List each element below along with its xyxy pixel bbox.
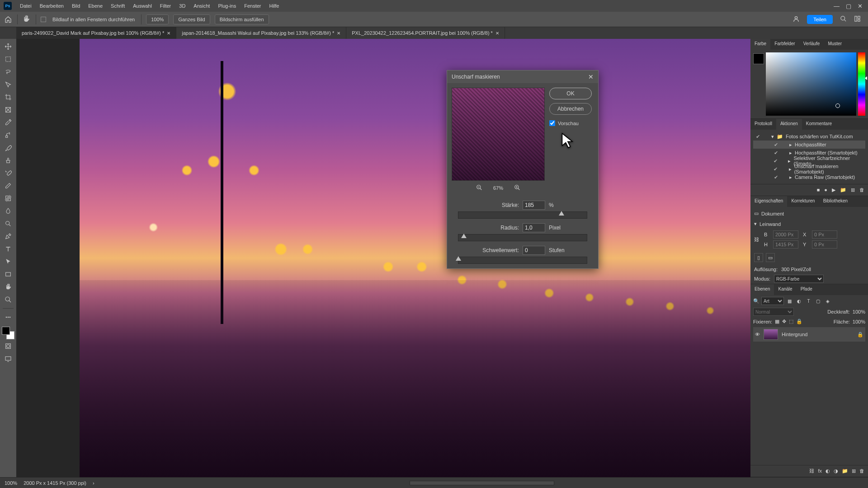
tab-japan[interactable]: japan-2014618_Masashi Wakui auf Pixabay.… bbox=[176, 27, 346, 39]
radius-input[interactable] bbox=[523, 223, 545, 232]
chevron-right-icon[interactable]: ▸ bbox=[789, 150, 792, 156]
healing-brush-tool[interactable] bbox=[2, 129, 14, 141]
type-tool[interactable] bbox=[2, 243, 14, 255]
tab-farbe[interactable]: Farbe bbox=[750, 39, 770, 50]
new-layer-icon[interactable]: ⊞ bbox=[852, 468, 856, 474]
chevron-down-icon[interactable]: ▾ bbox=[754, 221, 757, 227]
scroll-all-checkbox[interactable] bbox=[41, 17, 46, 22]
filter-shape-icon[interactable]: ▢ bbox=[814, 297, 822, 305]
fill-screen-button[interactable]: Bildschirm ausfüllen bbox=[215, 14, 269, 24]
action-play-icon[interactable]: ▶ bbox=[832, 187, 835, 193]
check-icon[interactable]: ✔ bbox=[773, 142, 778, 147]
tab-verlaeufe[interactable]: Verläufe bbox=[799, 39, 824, 50]
action-row[interactable]: ✔▸Unscharf maskieren (Smartobjekt) bbox=[753, 165, 865, 173]
menu-ebene[interactable]: Ebene bbox=[85, 1, 106, 10]
zoom-out-icon[interactable] bbox=[476, 184, 482, 192]
zoom-tool[interactable] bbox=[2, 294, 14, 305]
tab-kommentare[interactable]: Kommentare bbox=[802, 119, 836, 130]
x-field[interactable] bbox=[812, 230, 837, 239]
filter-type-icon[interactable]: T bbox=[805, 297, 812, 305]
menu-plugins[interactable]: Plug-ins bbox=[214, 1, 240, 10]
chevron-right-icon[interactable]: ▸ bbox=[788, 158, 791, 164]
tab-ebenen[interactable]: Ebenen bbox=[750, 284, 774, 295]
menu-auswahl[interactable]: Auswahl bbox=[129, 1, 156, 10]
action-stop-icon[interactable]: ■ bbox=[817, 187, 820, 193]
threshold-input[interactable] bbox=[523, 246, 545, 255]
lock-all-icon[interactable]: 🔒 bbox=[796, 319, 802, 324]
gradient-tool[interactable] bbox=[2, 192, 14, 204]
check-icon[interactable]: ✔ bbox=[773, 158, 778, 164]
menu-bearbeiten[interactable]: Bearbeiten bbox=[36, 1, 67, 10]
tab-protokoll[interactable]: Protokoll bbox=[750, 119, 776, 130]
home-icon[interactable] bbox=[4, 15, 13, 24]
marquee-tool[interactable] bbox=[2, 53, 14, 65]
chevron-down-icon[interactable]: ▾ bbox=[771, 134, 774, 140]
eyedropper-tool[interactable] bbox=[2, 117, 14, 128]
filter-pixel-icon[interactable]: ▦ bbox=[786, 297, 793, 305]
layer-thumbnail[interactable] bbox=[764, 329, 778, 340]
menu-datei[interactable]: Datei bbox=[16, 1, 35, 10]
status-zoom[interactable]: 100% bbox=[5, 480, 17, 486]
hand-tool[interactable] bbox=[2, 281, 14, 293]
hue-slider[interactable] bbox=[858, 52, 865, 116]
width-field[interactable] bbox=[773, 230, 798, 239]
layer-row[interactable]: 👁 Hintergrund 🔒 bbox=[753, 327, 865, 342]
hand-tool-icon[interactable] bbox=[22, 15, 31, 24]
tab-pxl[interactable]: PXL_20230422_122623454.PORTRAIT.jpg bei … bbox=[346, 27, 505, 39]
check-icon[interactable]: ✔ bbox=[755, 134, 760, 139]
fg-color-swatch[interactable] bbox=[2, 327, 10, 335]
chevron-right-icon[interactable]: ▸ bbox=[789, 174, 792, 180]
height-field[interactable] bbox=[773, 240, 798, 249]
tab-paris[interactable]: paris-2499022_David Mark auf Pixabay.jpg… bbox=[16, 27, 176, 39]
filter-kind-select[interactable]: Art bbox=[761, 297, 784, 305]
share-button[interactable]: Teilen bbox=[807, 15, 833, 24]
dialog-toggle[interactable] bbox=[781, 158, 786, 164]
quickmask-icon[interactable] bbox=[2, 340, 14, 352]
color-picker-ring[interactable] bbox=[835, 103, 840, 108]
horizontal-scrollbar[interactable] bbox=[101, 481, 863, 485]
chevron-right-icon[interactable]: ▸ bbox=[789, 166, 792, 172]
window-minimize-icon[interactable]: — bbox=[834, 3, 840, 9]
action-record-icon[interactable]: ● bbox=[824, 187, 827, 193]
menu-ansicht[interactable]: Ansicht bbox=[190, 1, 213, 10]
menu-schrift[interactable]: Schrift bbox=[107, 1, 128, 10]
filter-smart-icon[interactable]: ◈ bbox=[824, 297, 831, 305]
dialog-toggle[interactable] bbox=[781, 150, 787, 155]
dodge-tool[interactable] bbox=[2, 218, 14, 230]
radius-handle[interactable] bbox=[461, 234, 467, 238]
hue-pointer[interactable] bbox=[865, 76, 867, 80]
lasso-tool[interactable] bbox=[2, 66, 14, 78]
threshold-slider[interactable] bbox=[458, 257, 587, 264]
blend-mode-select[interactable]: Normal bbox=[753, 308, 794, 316]
tab-pfade[interactable]: Pfade bbox=[797, 284, 816, 295]
zoom-100-button[interactable]: 100% bbox=[146, 14, 169, 24]
window-maximize-icon[interactable]: ▢ bbox=[846, 3, 851, 9]
document-canvas[interactable] bbox=[80, 39, 750, 477]
new-group-icon[interactable]: 📁 bbox=[842, 468, 848, 474]
lock-artboard-icon[interactable]: ⬚ bbox=[789, 319, 793, 324]
tab-eigenschaften[interactable]: Eigenschaften bbox=[750, 196, 787, 207]
dialog-toggle[interactable] bbox=[781, 174, 787, 180]
menu-filter[interactable]: Filter bbox=[156, 1, 175, 10]
tab-close-icon[interactable]: ✕ bbox=[495, 31, 499, 36]
preview-checkbox[interactable] bbox=[549, 120, 555, 126]
action-new-set-icon[interactable]: 📁 bbox=[840, 187, 846, 193]
layer-fx-icon[interactable]: fx bbox=[818, 468, 822, 474]
check-icon[interactable]: ✔ bbox=[773, 150, 778, 155]
history-brush-tool[interactable] bbox=[2, 167, 14, 179]
dialog-toggle[interactable] bbox=[763, 134, 769, 139]
search-icon[interactable]: 🔍 bbox=[753, 298, 760, 304]
link-icon[interactable]: ⛓ bbox=[754, 237, 761, 242]
workspace-icon[interactable] bbox=[854, 15, 861, 23]
move-tool[interactable] bbox=[2, 41, 14, 52]
path-select-tool[interactable] bbox=[2, 256, 14, 267]
dialog-toggle[interactable] bbox=[781, 142, 787, 147]
adjustment-layer-icon[interactable]: ◑ bbox=[834, 468, 838, 474]
frame-tool[interactable] bbox=[2, 104, 14, 116]
search-icon[interactable] bbox=[840, 15, 847, 23]
layer-lock-icon[interactable]: 🔒 bbox=[857, 332, 863, 338]
fit-screen-button[interactable]: Ganzes Bild bbox=[173, 14, 210, 24]
delete-layer-icon[interactable]: 🗑 bbox=[859, 468, 864, 474]
orientation-portrait-icon[interactable]: ▯ bbox=[754, 253, 763, 262]
tab-aktionen[interactable]: Aktionen bbox=[776, 119, 802, 130]
